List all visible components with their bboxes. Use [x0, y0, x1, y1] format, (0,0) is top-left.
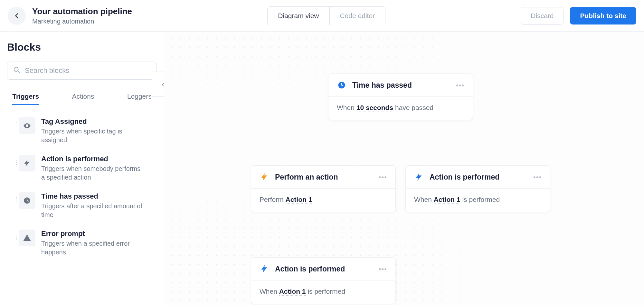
chevron-left-icon [13, 12, 20, 19]
canvas-grid [164, 32, 644, 305]
block-desc: Triggers when a specified error happens [41, 239, 144, 257]
block-title: Time has passed [41, 192, 157, 201]
block-tag-assigned[interactable]: ⋮⋮ Tag Assigned Triggers when specific t… [7, 112, 157, 150]
drag-handle-icon[interactable]: ⋮⋮ [7, 117, 13, 144]
block-title: Action is performed [41, 155, 157, 163]
block-time-passed[interactable]: ⋮⋮ Time has passed Triggers after a spec… [7, 187, 157, 224]
node-menu-button[interactable]: ••• [379, 267, 387, 271]
discard-button[interactable]: Discard [521, 7, 564, 25]
page-subtitle: Marketing automation [32, 18, 132, 25]
block-action-performed[interactable]: ⋮⋮ Action is performed Triggers when som… [7, 150, 157, 187]
node-param[interactable]: Action 1 [279, 288, 306, 296]
node-param[interactable]: Action 1 [434, 196, 460, 204]
publish-button[interactable]: Publish to site [570, 7, 636, 25]
node-title: Action is performed [430, 173, 527, 182]
node-action-performed-right[interactable]: Action is performed ••• When Action 1 is… [405, 165, 550, 212]
tab-loggers[interactable]: Loggers [127, 88, 152, 105]
canvas[interactable]: Time has passed ••• When 10 seconds have… [164, 32, 644, 305]
tab-triggers[interactable]: Triggers [12, 88, 39, 105]
node-param[interactable]: 10 seconds [356, 104, 393, 112]
clock-icon [337, 80, 346, 90]
node-body: When Action 1 is performed [251, 280, 395, 304]
diagram-view-tab[interactable]: Diagram view [268, 7, 329, 25]
drag-handle-icon[interactable]: ⋮⋮ [7, 155, 13, 182]
node-menu-button[interactable]: ••• [533, 175, 542, 179]
node-title: Action is performed [275, 265, 373, 273]
block-desc: Triggers when somebody performs a specif… [41, 164, 144, 182]
block-title: Error prompt [41, 230, 157, 238]
bolt-icon [414, 172, 424, 182]
drag-handle-icon[interactable]: ⋮⋮ [7, 230, 13, 257]
search-input[interactable] [7, 62, 157, 80]
bolt-icon [260, 172, 269, 182]
title-block: Your automation pipeline Marketing autom… [32, 6, 132, 25]
page-title: Your automation pipeline [32, 6, 132, 16]
block-desc: Triggers after a specified amount of tim… [41, 202, 144, 219]
clock-icon [19, 192, 35, 209]
drag-handle-icon[interactable]: ⋮⋮ [7, 192, 13, 219]
block-list: ⋮⋮ Tag Assigned Triggers when specific t… [7, 105, 157, 262]
tab-actions[interactable]: Actions [72, 88, 94, 105]
node-menu-button[interactable]: ••• [456, 84, 464, 87]
warning-icon [19, 230, 35, 246]
bolt-icon [19, 155, 35, 172]
node-title: Perform an action [275, 173, 373, 182]
node-body: When Action 1 is performed [406, 189, 550, 212]
node-body: When 10 seconds have passed [328, 97, 473, 120]
node-param[interactable]: Action 1 [286, 196, 312, 204]
header: Your automation pipeline Marketing autom… [0, 0, 644, 32]
view-toggle: Diagram view Code editor [267, 6, 385, 25]
node-perform-action[interactable]: Perform an action ••• Perform Action 1 [251, 165, 396, 212]
node-action-performed-bottom[interactable]: Action is performed ••• When Action 1 is… [251, 257, 396, 304]
sidebar: Blocks Triggers Actions Loggers ⋮⋮ Tag A… [0, 32, 164, 305]
code-editor-tab[interactable]: Code editor [329, 7, 385, 25]
block-error-prompt[interactable]: ⋮⋮ Error prompt Triggers when a specifie… [7, 224, 157, 262]
sidebar-heading: Blocks [7, 41, 157, 53]
bolt-icon [260, 264, 269, 274]
node-body: Perform Action 1 [251, 189, 395, 212]
node-title: Time has passed [352, 81, 450, 90]
search-icon [13, 66, 21, 75]
node-menu-button[interactable]: ••• [379, 175, 387, 179]
block-title: Tag Assigned [41, 117, 157, 126]
sidebar-tabs: Triggers Actions Loggers [0, 88, 164, 105]
node-time-has-passed[interactable]: Time has passed ••• When 10 seconds have… [328, 74, 473, 120]
back-button[interactable] [8, 7, 26, 25]
block-desc: Triggers when specific tag is assigned [41, 127, 144, 144]
eye-icon [19, 117, 35, 134]
